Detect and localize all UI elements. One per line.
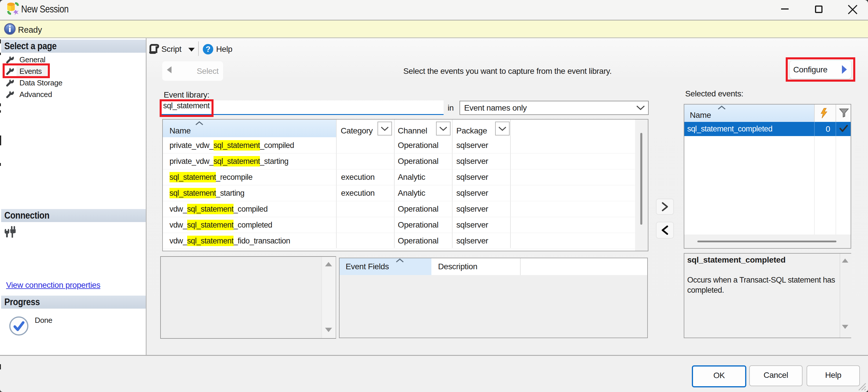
svg-text:?: ?	[206, 45, 210, 54]
